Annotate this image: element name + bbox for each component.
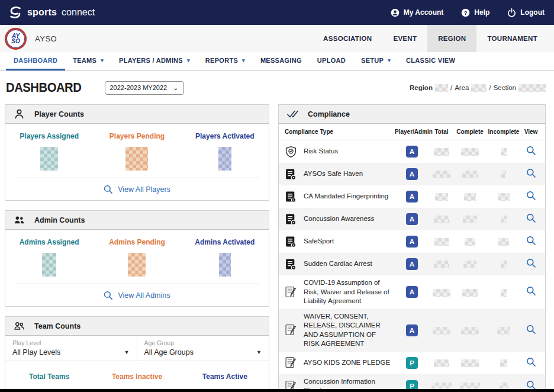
compliance-type-label: SafeSport xyxy=(304,237,334,246)
compliance-type-label: Concussion Information Sheet xyxy=(304,377,391,392)
admin-counts-header: Admin Counts xyxy=(5,211,269,230)
right-column: Compliance Compliance Type Player/Admin … xyxy=(278,104,546,392)
nav-players-admins[interactable]: PLAYERS / ADMINS▾ xyxy=(111,52,198,70)
compliance-rows: Risk Status A ● AYSOs Safe Haven A xyxy=(279,140,545,392)
svg-text:●: ● xyxy=(292,198,294,201)
search-icon xyxy=(526,286,536,295)
compliance-row-name: ● SafeSport xyxy=(285,233,395,251)
tab-region[interactable]: REGION xyxy=(427,25,476,52)
col-compliance-type: Compliance Type xyxy=(285,128,395,135)
chevron-down-icon: ▾ xyxy=(187,57,190,63)
chevron-down-icon: ⌄ xyxy=(173,84,178,92)
view-compliance-button[interactable] xyxy=(526,168,536,178)
help-icon: ? xyxy=(461,8,470,17)
complete-value-redacted xyxy=(464,193,476,201)
document-sign-icon xyxy=(285,286,297,298)
players-activated-label: Players Activated xyxy=(181,132,269,140)
sports-connect-s-icon xyxy=(8,5,22,20)
compliance-type-label: CA Mandated Fingerprinting xyxy=(304,192,388,201)
player-stats: Players Assigned Players Pending Players… xyxy=(5,124,269,178)
compliance-row-name: WAIVER, CONSENT, RELEASE, DISCLAIMER AND… xyxy=(285,309,395,352)
total-teams-label: Total Teams xyxy=(5,372,93,381)
nav-messaging[interactable]: MESSAGING xyxy=(253,52,310,70)
logout-button[interactable]: Logout xyxy=(507,8,545,17)
tab-association[interactable]: ASSOCIATION xyxy=(313,25,382,52)
search-icon xyxy=(104,291,112,300)
nav-teams[interactable]: TEAMS▾ xyxy=(65,52,111,70)
nav-classic-view-label: CLASSIC VIEW xyxy=(406,57,455,64)
compliance-row: COVID-19 Assumption of Risk, Waiver and … xyxy=(279,275,545,309)
nav-messaging-label: MESSAGING xyxy=(260,57,302,64)
view-compliance-button[interactable] xyxy=(526,146,536,155)
tab-event[interactable]: EVENT xyxy=(382,25,427,52)
compliance-type-label: COVID-19 Assumption of Risk, Waiver and … xyxy=(304,278,391,306)
play-level-select[interactable]: Play Level All Play Levels▼ xyxy=(5,336,137,361)
svg-text:●: ● xyxy=(292,221,294,224)
view-all-players-link[interactable]: View All Players xyxy=(5,178,269,200)
age-group-select[interactable]: Age Group All Age Groups▼ xyxy=(137,336,269,361)
logout-label: Logout xyxy=(520,8,545,17)
nav-dashboard[interactable]: DASHBOARD xyxy=(6,52,65,70)
document-sign-icon xyxy=(285,324,297,336)
complete-value-redacted xyxy=(461,359,479,367)
player-admin-badge: A xyxy=(406,286,418,298)
total-value-redacted xyxy=(433,327,450,335)
membership-year-select[interactable]: 2022-2023 MY2022 ⌄ xyxy=(105,81,184,95)
team-stats: Total Teams Teams Inactive Teams Active xyxy=(5,361,269,389)
org-bar: AY SO AYSO ASSOCIATION EVENT REGION TOUR… xyxy=(0,25,554,52)
total-value-redacted xyxy=(434,238,449,246)
team-counts-panel: Team Counts Play Level All Play Levels▼ … xyxy=(5,316,269,390)
admins-activated-label: Admins Activated xyxy=(181,238,269,246)
admins-activated-value-redacted xyxy=(219,253,231,277)
nav-upload[interactable]: UPLOAD xyxy=(310,52,353,70)
col-player-admin: Player/Admin xyxy=(395,128,429,135)
incomplete-value-redacted xyxy=(501,148,507,156)
view-compliance-button[interactable] xyxy=(526,236,536,245)
view-compliance-button[interactable] xyxy=(526,286,536,295)
col-complete: Complete xyxy=(454,128,486,135)
view-compliance-button[interactable] xyxy=(526,191,536,200)
caret-down-icon: ▼ xyxy=(256,349,262,355)
incomplete-value-redacted xyxy=(501,289,507,297)
compliance-row-name: COVID-19 Assumption of Risk, Waiver and … xyxy=(285,275,395,309)
players-assigned-label: Players Assigned xyxy=(5,132,93,140)
compliance-row: ● Sudden Cardiac Arrest A xyxy=(279,253,545,275)
team-counts-header: Team Counts xyxy=(5,317,269,336)
stat-total-teams: Total Teams xyxy=(5,372,93,381)
tab-tournament[interactable]: TOURNAMENT xyxy=(476,25,548,52)
view-compliance-button[interactable] xyxy=(526,213,536,223)
compliance-row-name: ● AYSOs Safe Haven xyxy=(285,165,395,184)
nav-reports-label: REPORTS xyxy=(205,57,238,64)
admins-assigned-value-redacted xyxy=(42,253,56,277)
view-all-admins-link[interactable]: View All Admins xyxy=(5,284,269,306)
view-compliance-button[interactable] xyxy=(526,324,536,334)
view-compliance-button[interactable] xyxy=(526,380,536,390)
total-value-redacted xyxy=(434,359,449,367)
nav-setup[interactable]: SETUP▾ xyxy=(353,52,398,70)
help-button[interactable]: ? Help xyxy=(461,8,489,17)
incomplete-value-redacted xyxy=(501,171,506,178)
stat-teams-inactive: Teams Inactive xyxy=(93,372,181,381)
main-nav: DASHBOARD TEAMS▾ PLAYERS / ADMINS▾ REPOR… xyxy=(0,52,554,71)
breadcrumb: Region / Area / Section xyxy=(410,84,546,92)
incomplete-value-redacted xyxy=(501,261,507,268)
svg-text:●: ● xyxy=(292,266,294,269)
complete-value-redacted xyxy=(461,327,479,335)
breadcrumb-region-label: Region xyxy=(410,84,433,91)
nav-upload-label: UPLOAD xyxy=(317,57,346,64)
breadcrumb-section-label: Section xyxy=(494,84,516,91)
document-sign-icon xyxy=(285,380,297,392)
nav-classic-view[interactable]: CLASSIC VIEW xyxy=(398,52,463,70)
play-level-value: All Play Levels xyxy=(12,348,60,356)
player-admin-badge: P xyxy=(406,357,418,369)
content: Player Counts Players Assigned Players P… xyxy=(0,104,554,392)
player-admin-badge: A xyxy=(406,236,418,248)
view-compliance-button[interactable] xyxy=(526,258,536,268)
compliance-panel: Compliance Compliance Type Player/Admin … xyxy=(278,104,546,392)
view-compliance-button[interactable] xyxy=(526,357,536,367)
stat-admins-activated: Admins Activated xyxy=(181,238,269,277)
my-account-button[interactable]: My Account xyxy=(391,8,444,17)
chevron-down-icon: ▾ xyxy=(242,57,245,63)
nav-setup-label: SETUP xyxy=(361,57,384,64)
nav-reports[interactable]: REPORTS▾ xyxy=(198,52,253,70)
